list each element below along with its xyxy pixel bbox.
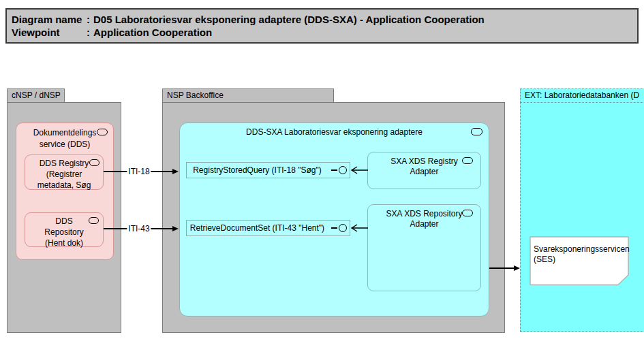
- registry-stored-query-label: RegistryStoredQuery (ITI-18 "Søg"): [193, 165, 322, 175]
- retrieve-document-set-label: RetrieveDocumentSet (ITI-43 "Hent"): [190, 223, 324, 233]
- diagram-name-label: Diagram name: [12, 13, 87, 26]
- arrowhead-right-icon: [172, 169, 179, 174]
- connector-repository-adapter-arrow: [350, 224, 368, 232]
- diagram-name-row: Diagram name : D05 Laboratoriesvar ekspo…: [12, 13, 637, 26]
- component-dds-title-line2: service (DDS): [16, 139, 113, 150]
- diagram-name-colon: :: [87, 13, 90, 26]
- group-tab-cnsp: cNSP / dNSP: [7, 88, 65, 103]
- diagram-name-value: D05 Laboratoriesvar eksponering adaptere…: [93, 13, 485, 26]
- diagram-title-block: Diagram name : D05 Laboratoriesvar ekspo…: [5, 8, 639, 44]
- viewpoint-row: Viewpoint : Application Cooperation: [12, 26, 637, 39]
- component-dds-sxa-title: DDS-SXA Laboratoriesvar eksponering adap…: [180, 127, 489, 137]
- dds-registry-line3: metadata, Søg: [25, 180, 103, 191]
- group-tab-nsp-backoffice: NSP Backoffice: [162, 88, 334, 103]
- application-component-icon: [471, 128, 482, 135]
- viewpoint-label: Viewpoint: [12, 26, 87, 39]
- application-component-icon: [89, 159, 99, 166]
- interface-line: [331, 169, 337, 171]
- sxa-repository-adapter-line2: Adapter: [368, 219, 480, 229]
- connector-iti-43-label: ITI-43: [127, 224, 151, 233]
- viewpoint-colon: :: [87, 26, 90, 39]
- dds-registry-line2: (Registrer: [25, 169, 103, 180]
- dds-repository-line2: Repository: [25, 227, 103, 238]
- diagram-canvas: Diagram name : D05 Laboratoriesvar ekspo…: [0, 0, 644, 341]
- component-sxa-xds-registry-adapter: SXA XDS Registry Adapter: [367, 152, 481, 189]
- interface-line: [331, 227, 337, 229]
- interface-circle-icon: [339, 224, 347, 232]
- sxa-registry-adapter-line2: Adapter: [368, 167, 480, 177]
- note-ses: Svareksponeringsservicen (SES): [534, 244, 629, 265]
- application-component-icon: [462, 210, 473, 216]
- component-sxa-xds-repository-adapter: SXA XDS Repository Adapter: [367, 204, 481, 291]
- service-retrieve-document-set: RetrieveDocumentSet (ITI-43 "Hent"): [186, 220, 350, 236]
- group-body-ext-laboratoriedatabanken: [520, 102, 644, 332]
- viewpoint-value: Application Cooperation: [93, 26, 212, 39]
- component-dds-repository: DDS Repository (Hent dok): [25, 212, 104, 247]
- application-component-icon: [97, 129, 108, 135]
- arrowhead-right-icon: [172, 226, 179, 231]
- application-component-icon: [462, 157, 473, 164]
- service-registry-stored-query: RegistryStoredQuery (ITI-18 "Søg"): [186, 162, 350, 178]
- connector-registry-adapter-arrow: [350, 166, 368, 174]
- dds-repository-line3: (Hent dok): [25, 238, 103, 248]
- interface-circle-icon: [339, 166, 347, 174]
- group-tab-ext-laboratoriedatabanken: EXT: Laboratoriedatabanken (D: [520, 88, 644, 103]
- ses-note-line1: Svareksponeringsservicen: [534, 244, 629, 255]
- connector-sxa-to-ses-line: [489, 267, 515, 269]
- application-component-icon: [89, 217, 99, 224]
- ses-note-line2: (SES): [534, 255, 629, 265]
- component-dds-registry: DDS Registry (Registrer metadata, Søg: [25, 155, 104, 190]
- connector-iti-18-label: ITI-18: [127, 167, 151, 176]
- arrowhead-right-icon: [514, 265, 520, 271]
